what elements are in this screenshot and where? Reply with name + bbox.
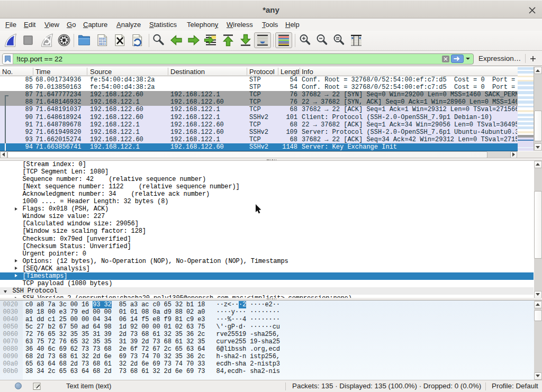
svg-text:0011: 0011 <box>99 43 106 46</box>
